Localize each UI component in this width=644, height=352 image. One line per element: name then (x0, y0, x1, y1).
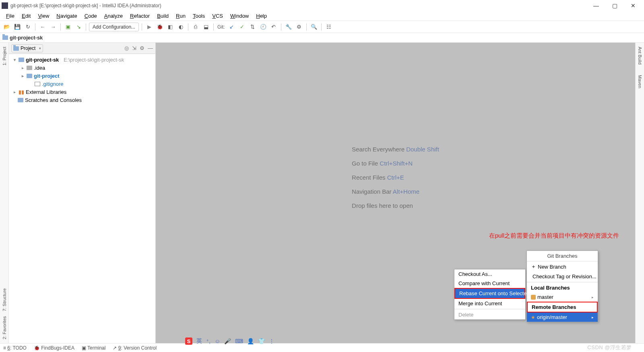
tab-project[interactable]: 1: Project (2, 44, 7, 68)
menu-refactor[interactable]: Refactor (127, 12, 153, 20)
project-sidebar: Project ◎ ⇲ ⚙ — ▾git-project-sk E:\proje… (9, 43, 156, 343)
remote-branch-origin-master[interactable]: ★origin/master▸ (527, 313, 598, 322)
update-icon[interactable]: ↙ (227, 23, 236, 31)
revert-icon[interactable]: ↶ (269, 23, 278, 31)
settings-icon[interactable]: ⚙ (295, 23, 303, 31)
action-checkout-as-[interactable]: Checkout As... (454, 269, 525, 279)
folder-icon (2, 35, 8, 40)
menu-help[interactable]: Help (253, 12, 270, 20)
project-scope-dropdown[interactable]: Project (11, 44, 43, 52)
history-icon[interactable]: 🕘 (259, 23, 268, 31)
make-icon[interactable]: ↘ (74, 23, 83, 31)
checkout-tag[interactable]: Checkout Tag or Revision... (527, 272, 598, 281)
git-label: Git: (217, 24, 226, 30)
tree-scratches[interactable]: Scratches and Consoles (9, 96, 155, 104)
compare-icon[interactable]: ⇅ (248, 23, 257, 31)
hide-icon[interactable]: — (148, 45, 153, 51)
aim-icon[interactable]: ◎ (124, 45, 129, 51)
action-delete: Delete (454, 310, 525, 319)
menu-navigate[interactable]: Navigate (54, 12, 80, 20)
watermark: CSDN @浮生若梦 (587, 344, 632, 351)
window-title: git-project-sk [E:\project-sk\git-projec… (10, 3, 161, 8)
tree-external-libs[interactable]: ▸▮▮External Libraries (9, 88, 155, 96)
open-icon[interactable]: 📂 (2, 23, 11, 31)
tab-version-control[interactable]: ↗ 9: Version Control (113, 345, 157, 351)
refresh-icon[interactable]: ↻ (23, 23, 32, 31)
attach-icon[interactable]: ⎙ (191, 23, 200, 31)
menu-run[interactable]: Run (173, 12, 188, 20)
branches-title: Git Branches (527, 251, 598, 261)
close-button[interactable]: ✕ (624, 0, 642, 11)
sogou-icon: S (185, 338, 192, 345)
hint: Recent Files Ctrl+E (352, 174, 439, 181)
tab-findbugs[interactable]: 🐞 FindBugs-IDEA (34, 345, 74, 351)
remote-branches-header: Remote Branches (527, 302, 598, 313)
hint: Go to File Ctrl+Shift+N (352, 160, 439, 167)
menu-window[interactable]: Window (227, 12, 252, 20)
menu-build[interactable]: Build (154, 12, 171, 20)
menu-analyze[interactable]: Analyze (101, 12, 126, 20)
wrench-icon[interactable]: 🔧 (284, 23, 293, 31)
structure-icon[interactable]: ☷ (324, 23, 333, 31)
maximize-button[interactable]: ▢ (605, 0, 624, 11)
tab-terminal[interactable]: ▣ Terminal (82, 345, 105, 351)
hint: Navigation Bar Alt+Home (352, 188, 439, 195)
menu-vcs[interactable]: VCS (209, 12, 226, 20)
breadcrumb[interactable]: git-project-sk (10, 35, 43, 41)
menu-code[interactable]: Code (82, 12, 100, 20)
tree-root[interactable]: ▾git-project-sk E:\project-sk\git-projec… (9, 56, 155, 64)
local-branch-master[interactable]: master▸ (527, 292, 598, 302)
coverage-icon[interactable]: ◧ (166, 23, 175, 31)
tab-favorites[interactable]: 2: Favorites (2, 314, 7, 342)
run-icon[interactable]: ▶ (145, 23, 154, 31)
minimize-button[interactable]: — (587, 0, 605, 11)
tab-maven[interactable]: Maven (638, 72, 642, 91)
action-merge-into-current[interactable]: Merge into Current (454, 299, 525, 308)
action-rebase-current-onto-selected[interactable]: Rebase Current onto Selected (454, 288, 525, 299)
tree-gitignore[interactable]: .gitignore (9, 80, 155, 88)
build-icon[interactable]: ▣ (64, 23, 72, 31)
debug-icon[interactable]: 🐞 (155, 23, 164, 31)
search-icon[interactable]: 🔍 (310, 23, 318, 31)
local-branches-header: Local Branches (527, 283, 598, 292)
menu-file[interactable]: File (3, 12, 17, 20)
run-config-dropdown[interactable]: Add Configuration... (89, 23, 139, 31)
new-branch[interactable]: ＋ New Branch (527, 261, 598, 272)
branch-action-popup: Checkout As...Compare with CurrentRebase… (454, 269, 526, 320)
tree-git-project[interactable]: ▸git-project (9, 72, 155, 80)
collapse-icon[interactable]: ⇲ (132, 45, 136, 51)
menu-tools[interactable]: Tools (190, 12, 208, 20)
tab-todo[interactable]: ≡ 6: TODO (3, 345, 27, 351)
tab-structure[interactable]: 7: Structure (2, 286, 7, 314)
save-all-icon[interactable]: 💾 (13, 23, 22, 31)
hint: Drop files here to open (352, 202, 439, 209)
menu-edit[interactable]: Edit (19, 12, 33, 20)
stop-icon[interactable]: ⬓ (202, 23, 211, 31)
git-branches-popup: Git Branches ＋ New Branch Checkout Tag o… (526, 251, 598, 322)
forward-icon[interactable]: → (49, 23, 58, 31)
ime-bar: S 英 ⁺,☺🎤⌨👤👕⋮ (185, 338, 275, 345)
action-compare-with-current[interactable]: Compare with Current (454, 279, 525, 288)
tree-idea[interactable]: ▸.idea (9, 64, 155, 72)
profile-icon[interactable]: ◐ (176, 23, 185, 31)
commit-icon[interactable]: ✓ (238, 23, 247, 31)
annotation-text: 在pull之前需要合并当前项目中有冲突的资源文件 (489, 232, 619, 240)
gear-icon[interactable]: ⚙ (140, 45, 144, 51)
hint: Search Everywhere Double Shift (352, 146, 439, 153)
menu-view[interactable]: View (35, 12, 52, 20)
tab-ant[interactable]: Ant Build (638, 44, 642, 67)
back-icon[interactable]: ← (38, 23, 47, 31)
app-icon (2, 2, 8, 9)
